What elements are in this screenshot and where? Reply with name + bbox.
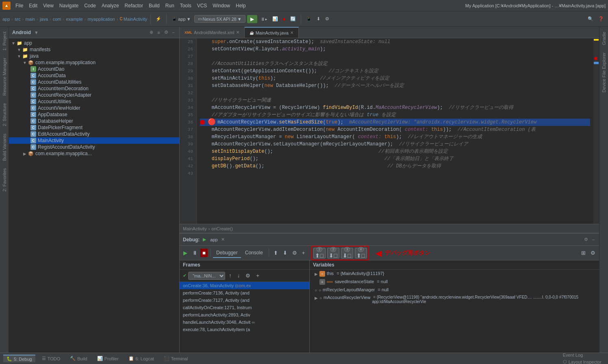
menu-tools[interactable]: Tools (178, 2, 194, 9)
menu-vcs[interactable]: VCS (195, 2, 210, 9)
close-mainactivity-tab[interactable]: ✕ (290, 30, 293, 35)
debug-minimize-btn[interactable]: − (591, 236, 596, 243)
app-selector[interactable]: 📱 app ▼ (170, 15, 192, 22)
frame-nav-up[interactable]: ↑ (227, 271, 234, 280)
pause-btn[interactable]: ⏸ (190, 249, 200, 257)
code-content[interactable]: super.onCreate(savedInstanceState); save… (197, 38, 593, 224)
profile-btn[interactable]: 📊 (271, 15, 280, 22)
tab-structure[interactable]: 2: Structure (1, 100, 8, 130)
debug-settings-btn[interactable]: ⚙ (583, 236, 589, 243)
status-event-log[interactable]: Event Log (560, 352, 605, 358)
gradle-sync-btn[interactable]: 🔄 (289, 15, 297, 22)
breadcrumb-main[interactable]: main (25, 17, 35, 22)
var-item-mrecyclerlayoutmanager[interactable]: ○ ○ mRecyclerLayoutManager = null (310, 286, 599, 294)
breadcrumb-java[interactable]: java (40, 17, 48, 22)
menu-navigate[interactable]: Navigate (57, 2, 81, 9)
collapse-all-btn[interactable]: ≡ (156, 29, 161, 35)
tree-item-databasehelper[interactable]: C DatabaseHelper (9, 118, 179, 124)
tree-item-accountdao[interactable]: I AccountDao (9, 66, 179, 72)
tree-item-manifests[interactable]: ▼ 📁 manifests (9, 46, 179, 53)
stop-debug-btn[interactable]: ■ (200, 249, 208, 257)
frame-dropdown[interactable]: "ma...NIN... (188, 272, 225, 280)
frame-add[interactable]: + (254, 271, 261, 280)
debug-run-btn[interactable]: ⏸▶ (259, 16, 269, 22)
frame-item-2[interactable]: performCreate:7127, Activity (and (180, 297, 309, 304)
project-panel-dropdown[interactable]: ▼ (34, 30, 39, 35)
menu-analyze[interactable]: Analyze (99, 2, 122, 9)
breadcrumb-oncreate-label[interactable]: onCreate() (211, 226, 233, 231)
menu-help[interactable]: Help (233, 2, 248, 9)
frame-nav-down[interactable]: ↓ (235, 271, 242, 280)
run-button[interactable]: ▶ (247, 15, 257, 23)
debug-settings2-btn[interactable]: ⚙ (588, 249, 597, 257)
device-selector[interactable]: ▭ Nexus 5X API 28 ▼ (194, 15, 245, 23)
var-item-this[interactable]: ▶ ≡ this = {MainActivity@11197} (310, 270, 599, 278)
status-layout-inspector[interactable]: ⬡ Layout Inspector (560, 358, 605, 364)
breadcrumb-mainactivity[interactable]: MainActivity (124, 17, 148, 22)
breadcrumb-myapplication[interactable]: myapplication (87, 17, 115, 22)
tree-item-accountdatautilities[interactable]: C AccountDataUtilities (9, 79, 179, 85)
console-tab-btn[interactable]: Console (242, 248, 266, 258)
tab-androidmanifest[interactable]: XML AndroidManifest.xml ✕ (180, 27, 245, 38)
tree-item-editaccountdataactivity[interactable]: C EditAccountDataActivity (9, 131, 179, 137)
tree-item-accountrecycleradapter[interactable]: C AccountRecyclerAdapter (9, 92, 179, 98)
stop-btn[interactable]: ■ (281, 16, 287, 22)
debug-btn-2[interactable]: ② ⬇□ (327, 248, 339, 258)
breadcrumb-example[interactable]: example (66, 17, 83, 22)
menu-window[interactable]: Window (210, 2, 232, 9)
menu-file[interactable]: File (13, 2, 26, 9)
menu-refactor[interactable]: Refactor (122, 2, 145, 9)
settings-project-btn[interactable]: ⚙ (163, 29, 169, 35)
sync-btn[interactable]: ⚡ (154, 15, 163, 22)
tree-item-java[interactable]: ▼ 📁 java (9, 53, 179, 59)
debug-btn-4[interactable]: ④ ⬆□ (355, 248, 367, 258)
debug-close-icon[interactable]: ✕ (221, 237, 225, 242)
tree-item-accountdata[interactable]: C AccountData (9, 72, 179, 79)
var-item-savedinstancestate[interactable]: ▶ ≡ ∞∞ savedInstanceState = null (310, 278, 599, 286)
menu-code[interactable]: Code (82, 2, 98, 9)
debugger-tab-btn[interactable]: Debugger (213, 248, 241, 258)
frame-filter[interactable]: ⚙ (243, 271, 252, 280)
status-tab-todo[interactable]: ☰ TODO (39, 355, 64, 362)
debug-btn-3[interactable]: ③ ⬇□ (341, 248, 353, 258)
menu-edit[interactable]: Edit (26, 2, 40, 9)
tree-item-appdatabase[interactable]: C AppDatabase (9, 111, 179, 118)
breadcrumb-src[interactable]: src (15, 17, 21, 22)
breadcrumb-app[interactable]: app (2, 17, 10, 22)
search-everywhere-btn[interactable]: 🔍 (586, 15, 595, 22)
frame-item-3[interactable]: callActivityOnCreate:1271, Instrum (180, 304, 309, 311)
menu-build[interactable]: Build (146, 2, 162, 9)
tab-build-variants[interactable]: Build Variants (1, 130, 8, 164)
tab-gradle[interactable]: Gradle (601, 28, 607, 48)
tree-item-app[interactable]: ▼ 📁 app (9, 40, 179, 46)
tab-project[interactable]: 1: Project (1, 28, 8, 54)
avd-manager-btn[interactable]: 📱 (304, 15, 313, 22)
status-tab-terminal[interactable]: ⬛ Terminal (161, 355, 191, 362)
close-manifest-tab[interactable]: ✕ (236, 30, 239, 35)
tab-resource-manager[interactable]: Resource Manager (1, 54, 8, 99)
frames-filter-btn[interactable]: ⚙ (290, 249, 299, 257)
tree-item-registaccountdataactivity[interactable]: C RegistAccountDataActivity (9, 144, 179, 150)
tree-item-accountviewholder[interactable]: C AccountViewHolder (9, 105, 179, 111)
breadcrumb-mainactivity-label[interactable]: MainActivity (183, 226, 207, 231)
frame-item-6[interactable]: execute:78, LaunchActivityItem (a (180, 326, 309, 333)
settings-btn[interactable]: ⚙ (324, 15, 331, 22)
menu-view[interactable]: View (41, 2, 56, 9)
frame-item-0[interactable]: onCreate:36, MainActivity (com.ex (180, 282, 309, 289)
status-tab-profiler[interactable]: 📊 Profiler (94, 355, 122, 362)
tab-favorites[interactable]: 2: Favorites (1, 165, 8, 195)
frames-up-btn[interactable]: ⬆ (271, 249, 280, 257)
tree-item-datepickerfragment[interactable]: C DatePickerFragment (9, 124, 179, 131)
tree-item-package[interactable]: ▼ 📦 com.example.myapplication (9, 59, 179, 66)
frames-down-btn[interactable]: ⬇ (281, 249, 289, 257)
resume-btn[interactable]: ▶ (181, 249, 189, 257)
frame-item-1[interactable]: performCreate:7136, Activity (and (180, 289, 309, 297)
frame-item-4[interactable]: performLaunchActivity:2893, Activ (180, 311, 309, 318)
tab-mainactivity[interactable]: ☕ MainActivity.java ✕ (245, 27, 299, 38)
close-project-btn[interactable]: − (171, 29, 176, 35)
var-item-maccountrecyclerview[interactable]: ▶ ○ mAccountRecyclerView = {RecyclerView… (310, 294, 599, 305)
tree-item-accountutilities[interactable]: C AccountUtilities (9, 98, 179, 105)
status-tab-logcat[interactable]: 📋 6: Logcat (125, 355, 157, 362)
menu-run[interactable]: Run (163, 2, 177, 9)
tree-item-accountitemdecoration[interactable]: C AccountItemDecoration (9, 85, 179, 92)
